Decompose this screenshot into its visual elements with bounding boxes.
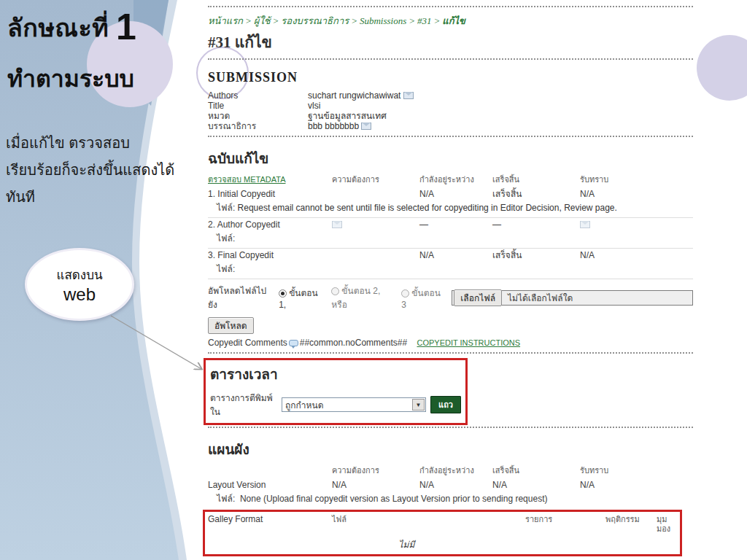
copyedit-file-note: ไฟล์: Request email cannot be sent until… [208,200,693,218]
radio-step3[interactable]: ขั้นตอน 3 [401,286,446,310]
breadcrumb-home[interactable]: หน้าแรก [208,15,243,26]
galley-empty: ไม่มี [208,535,605,553]
dropdown-arrow-icon: ▼ [412,399,425,411]
schedule-label: ตารางการตีพิมพ์ใน [210,391,277,419]
file-input[interactable]: เลือกไฟล์ ไม่ได้เลือกไฟล์ใด [452,290,693,306]
copyedit-row-author: 2. Author Copyedit — — [208,218,693,230]
callout-line2: web [63,284,96,305]
comment-icon[interactable] [289,340,298,346]
authors-value: suchart rungwichawiwat [308,90,400,101]
page-title: #31 แก้ไข [208,30,693,54]
slide-subtitle: ทำตามระบบ [7,60,134,97]
highlight-box-schedule: ตารางเวลา ตารางการตีพิมพ์ใน ถูกกำหนด ▼ แ… [204,358,468,425]
review-metadata-link[interactable]: ตรวจสอบ METADATA [208,175,332,184]
email-acknowledge-icon[interactable] [580,221,590,228]
copyedit-header-row: ตรวจสอบ METADATA ความต้องการกำลังอยู่ระห… [208,175,693,184]
slide-title-number: 1 [116,7,136,47]
copyedit-row-final: 3. Final Copyedit N/A เสร็จสิ้น N/A [208,249,693,261]
radio-step2[interactable]: ขั้นตอน 2, หรือ [331,284,395,311]
upload-button[interactable]: อัพโหลด [208,317,254,334]
layout-file-note: ไฟล์: None (Upload final copyedit versio… [208,491,693,507]
highlight-box-galley: Galley Format ไฟล์ รายการ พฤติกรรม มุมมอ… [203,510,682,556]
breadcrumb-user[interactable]: ผู้ใช้ [254,15,271,26]
divider [208,427,693,428]
breadcrumb: หน้าแรก>ผู้ใช้>รองบรรณาธิการ>Submissions… [208,13,693,28]
layout-version-row: Layout Version N/A N/A N/A N/A [208,478,693,491]
choose-file-button[interactable]: เลือกไฟล์ [454,289,502,306]
schedule-heading: ตารางเวลา [210,363,461,385]
breadcrumb-submissions[interactable]: Submissions [360,15,406,26]
no-file-text: ไม่ได้เลือกไฟล์ใด [508,291,573,305]
record-button[interactable]: แถว [430,396,461,413]
copyedit-comments-row: Copyedit Comments##common.noComments## C… [208,338,693,348]
submission-title-row: Title vlsi [208,101,693,111]
copyedit-row-initial: 1. Initial Copyedit N/A เสร็จสิ้น N/A [208,187,693,200]
galley-label: Galley Format [208,515,332,524]
divider [208,58,693,60]
copyedit-heading: ฉบับแก้ไข [208,147,693,169]
email-icon[interactable] [403,92,414,99]
email-icon[interactable] [361,122,371,130]
divider [208,136,693,137]
submission-heading: SUBMISSION [208,70,693,85]
callout-line1: แสดงบน [56,265,102,284]
divider [208,352,693,354]
web-page: หน้าแรก>ผู้ใช้>รองบรรณาธิการ>Submissions… [208,0,693,560]
no-comments-token[interactable]: ##common.noComments## [300,338,407,348]
breadcrumb-section-editor[interactable]: รองบรรณาธิการ [281,15,349,26]
editor-value: bbb bbbbbbb [308,121,359,131]
submission-authors-row: Authors suchart rungwichawiwat [208,91,693,101]
copyedit-instructions-link[interactable]: COPYEDIT INSTRUCTIONS [417,338,520,347]
submission-editor-row: บรรณาธิการ bbb bbbbbbb [208,122,693,131]
slide-body-text: เมื่อแก้ไข ตรวจสอบ เรียบร้อยก็จะส่งขึ้นแ… [6,130,196,211]
title-value: vlsi [308,101,693,111]
slide-title: ลักษณะที่ 1 [7,6,136,48]
submission-section-row: หมวด ฐานข้อมูลสารสนเทศ [208,112,693,121]
callout-ellipse: แสดงบน web [25,248,134,321]
copyedit-file-empty: ไฟล์: [208,230,693,249]
publication-schedule-select[interactable]: ถูกกำหนด ▼ [282,397,426,412]
section-value: ฐานข้อมูลสารสนเทศ [308,112,693,121]
breadcrumb-submission-id[interactable]: #31 [417,15,432,26]
divider [208,6,693,7]
copyedit-file-empty: ไฟล์: [208,261,693,279]
layout-heading: แผนผัง [208,438,693,460]
radio-step1[interactable]: ขั้นตอน 1, [279,286,325,310]
decor-circle-right [697,35,747,101]
copyedit-upload-row: อัพโหลดไฟล์ไปยัง ขั้นตอน 1, ขั้นตอน 2, ห… [208,284,693,311]
layout-header-row: ความต้องการกำลังอยู่ระหว่างเสร็จสิ้นรับท… [208,466,693,475]
breadcrumb-current: แก้ไข [442,15,465,26]
email-request-icon[interactable] [332,221,342,228]
